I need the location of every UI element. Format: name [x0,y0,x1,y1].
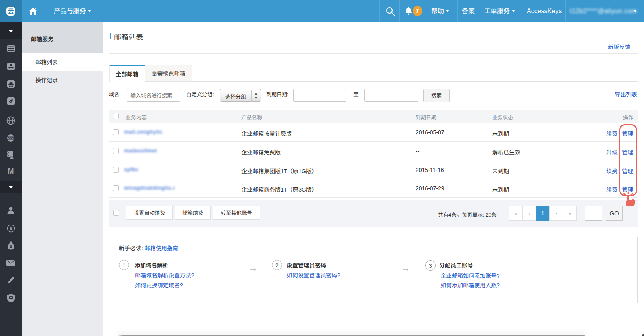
svg-text:M: M [8,168,14,175]
svg-text:¥: ¥ [10,226,12,231]
svg-text:¥: ¥ [10,245,12,249]
svg-text:DNS: DNS [8,137,14,140]
